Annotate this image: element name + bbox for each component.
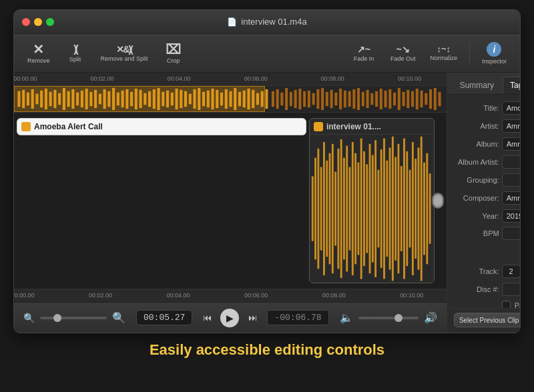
fade-out-icon: ~↘ [396,45,410,54]
ruler-mark-3: 00:06.00 [244,75,268,82]
clip-secondary[interactable]: interview 01.... [309,118,435,283]
svg-rect-81 [380,89,382,109]
year-field-input[interactable] [502,209,521,223]
svg-rect-58 [276,89,279,109]
grouping-field-input[interactable] [502,173,521,187]
svg-rect-88 [411,91,414,107]
fade-in-icon: ↗~ [357,45,370,54]
bottom-ruler-mark-0: 00:00.00 [14,292,34,299]
svg-rect-73 [344,91,346,107]
track-number-input[interactable] [502,265,521,278]
scroll-handle[interactable] [432,193,444,209]
bottom-ruler-mark-5: 00:10.00 [400,292,423,299]
split-label: Split [69,56,81,63]
album-artist-field-input[interactable] [502,155,521,169]
remove-button[interactable]: ✕ Remove [21,40,57,67]
forward-button[interactable]: ⏭ [243,309,262,327]
year-artwork-row: Year: BPM Artwork: [454,209,521,260]
split-button[interactable]: )( Split [58,41,93,65]
svg-rect-229 [369,144,371,273]
title-field-input[interactable] [502,101,521,115]
album-artist-field-row: Album Artist: [454,155,521,169]
ruler-mark-0: 00:00.00 [14,75,37,82]
svg-rect-245 [415,159,417,259]
svg-rect-92 [429,89,432,109]
select-prev-clip-button[interactable]: Select Previous Clip [454,313,521,327]
svg-rect-66 [312,93,315,105]
volume-slider-thumb[interactable] [394,314,403,322]
rewind-button[interactable]: ⏮ [198,309,216,327]
remove-split-icon: ✕&)( [116,45,131,54]
fade-in-button[interactable]: ↗~ Fade In [345,42,382,65]
album-field-row: Album: [454,137,521,151]
compilation-checkbox[interactable] [502,301,511,308]
volume-high-icon[interactable]: 🔊 [424,311,437,324]
inspector-icon: i [487,42,501,57]
bottom-ruler-mark-3: 00:06.00 [244,292,268,299]
tab-summary[interactable]: Summary [453,77,501,94]
grouping-field-label: Grouping: [454,176,499,184]
svg-rect-244 [412,142,414,275]
play-button[interactable]: ▶ [220,309,239,327]
overview-waveform[interactable]: // Draw overview bars inline approach - … [14,86,447,113]
svg-rect-93 [434,88,437,110]
inspector-button[interactable]: i Inspector [475,39,513,67]
svg-rect-65 [308,91,310,107]
album-artist-field-label: Album Artist: [454,158,499,166]
clip-secondary-header: interview 01.... [310,119,434,135]
zoom-slider[interactable] [40,317,107,319]
zoom-slider-thumb[interactable] [53,314,61,322]
compilation-label: Part of a compilation [515,301,521,309]
svg-rect-85 [398,88,400,110]
file-icon: 📄 [227,17,237,27]
normalize-button[interactable]: ↕~↕ Normalize [423,42,464,64]
overview-selection [14,86,265,112]
svg-rect-221 [346,146,348,272]
fade-in-label: Fade In [354,55,374,62]
svg-rect-64 [303,91,306,107]
fade-out-label: Fade Out [390,55,416,62]
maximize-button[interactable] [46,18,54,26]
volume-slider[interactable] [358,317,419,319]
bpm-field-input[interactable] [502,227,521,240]
svg-rect-230 [372,155,374,263]
svg-rect-240 [400,166,403,251]
svg-rect-214 [326,161,328,257]
remove-split-button[interactable]: ✕&)( Remove and Split [94,42,155,65]
svg-rect-63 [298,89,301,109]
svg-rect-237 [392,137,394,281]
svg-rect-218 [337,149,339,269]
composer-field-input[interactable] [502,191,521,205]
svg-rect-220 [343,158,345,260]
zoom-out-icon[interactable]: 🔍 [23,313,35,323]
svg-rect-232 [377,170,379,248]
svg-rect-216 [332,144,334,273]
clip-main[interactable]: Amoeba Alert Call [17,118,306,135]
title-field-row: Title: [454,101,521,115]
crop-icon: ⌧ [166,43,181,56]
artist-field-input[interactable] [502,119,521,133]
minimize-button[interactable] [34,18,42,26]
window-title-area: 📄 interview 01.m4a [227,17,306,27]
album-field-input[interactable] [502,137,521,151]
clip-secondary-waveform [310,135,434,283]
svg-rect-233 [380,149,382,268]
crop-button[interactable]: ⌧ Crop [156,40,191,67]
svg-rect-80 [375,91,378,107]
svg-rect-239 [397,144,399,273]
fade-out-button[interactable]: ~↘ Fade Out [384,42,423,65]
close-button[interactable] [22,18,30,26]
svg-rect-69 [326,92,328,106]
bpm-field-row: BPM [454,227,521,240]
track-area: Amoeba Alert Call [14,113,447,289]
svg-rect-219 [340,139,342,278]
svg-rect-84 [393,93,396,106]
inspector-tabs: Summary Tags Notes Podcast [447,73,521,95]
disc-number-input[interactable] [502,283,521,296]
toolbar-divider [469,41,470,65]
tab-tags[interactable]: Tags [503,77,521,94]
zoom-in-icon[interactable]: 🔍 [112,311,125,324]
inspector-content: Title: Artist: Album: Album Artist: [447,95,521,308]
volume-low-icon[interactable]: 🔈 [340,311,353,324]
svg-rect-87 [407,90,409,108]
